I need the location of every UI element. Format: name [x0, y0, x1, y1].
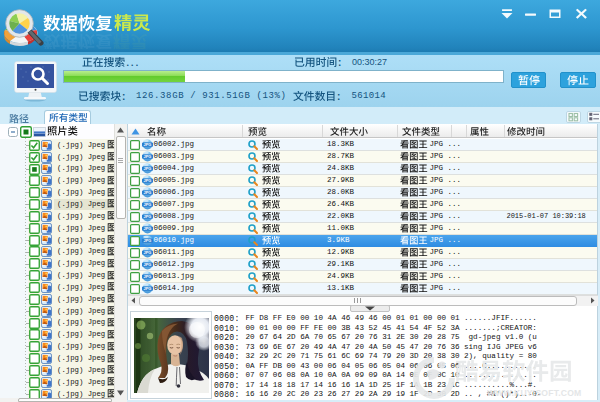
svg-text:JPG: JPG	[143, 286, 151, 291]
svg-text:JPG: JPG	[143, 142, 151, 147]
svg-text:JPG: JPG	[143, 262, 151, 267]
svg-text:JPG: JPG	[143, 250, 151, 255]
svg-text:JPG: JPG	[143, 154, 151, 159]
svg-text:JPG: JPG	[143, 202, 151, 207]
svg-text:JPG: JPG	[143, 226, 151, 231]
svg-text:JPG: JPG	[143, 214, 151, 219]
svg-text:JPG: JPG	[143, 274, 151, 279]
svg-text:JPG: JPG	[143, 238, 151, 243]
svg-text:JPG: JPG	[143, 190, 151, 195]
svg-text:JPG: JPG	[143, 166, 151, 171]
svg-text:JPG: JPG	[143, 178, 151, 183]
